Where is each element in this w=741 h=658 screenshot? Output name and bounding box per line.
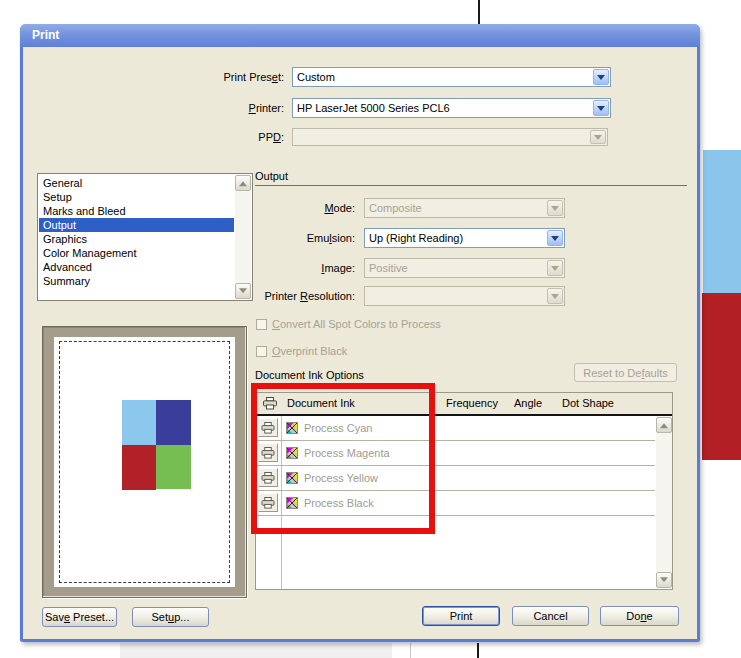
emulsion-value: Up (Right Reading) — [369, 229, 545, 247]
setup-button[interactable]: Setup... — [132, 607, 209, 627]
chevron-down-icon — [551, 266, 559, 271]
emulsion-select[interactable]: Up (Right Reading) — [364, 228, 565, 248]
reset-to-defaults-button: Reset to Defaults — [574, 363, 677, 382]
image-dropdown-button — [547, 260, 563, 276]
sidebar-item-advanced[interactable]: Advanced — [39, 260, 234, 274]
overprint-black-label: Overprint Black — [272, 345, 347, 358]
mode-value: Composite — [369, 199, 545, 217]
convert-spot-label: Convert All Spot Colors to Process — [272, 318, 441, 331]
pasteboard-strip — [120, 643, 392, 658]
print-preset-dropdown-button[interactable] — [593, 69, 609, 85]
print-preview-pane — [42, 326, 247, 598]
dialog-title: Print — [20, 24, 700, 47]
scroll-down-button[interactable] — [656, 572, 672, 588]
ppd-value — [297, 129, 588, 145]
preview-rect-dark-blue — [156, 400, 191, 445]
sidebar-item-color-management[interactable]: Color Management — [39, 246, 234, 260]
page-edge-line — [410, 643, 411, 658]
printer-resolution-select — [364, 286, 565, 306]
emulsion-dropdown-button[interactable] — [547, 230, 563, 246]
print-dialog: Print Print Preset: Custom Printer: HP L… — [20, 24, 700, 642]
chevron-down-icon — [551, 206, 559, 211]
ink-options-title: Document Ink Options — [255, 369, 364, 381]
chevron-down-icon — [594, 135, 602, 140]
page-guide-line-bottom — [477, 643, 479, 658]
sidebar-item-marks-and-bleed[interactable]: Marks and Bleed — [39, 204, 234, 218]
ppd-dropdown-button — [590, 130, 606, 144]
cancel-button[interactable]: Cancel — [512, 606, 589, 626]
document-blue-rect — [703, 150, 741, 293]
mode-dropdown-button — [547, 200, 563, 216]
preview-rect-light-blue — [122, 400, 156, 445]
sidebar-item-general[interactable]: General — [39, 176, 234, 190]
dialog-body: Print Preset: Custom Printer: HP LaserJe… — [20, 47, 694, 639]
sidebar-item-setup[interactable]: Setup — [39, 190, 234, 204]
annotation-rectangle — [251, 383, 435, 534]
chevron-down-icon — [660, 577, 668, 582]
column-dot-shape: Dot Shape — [562, 393, 614, 414]
output-section-header: Output — [255, 170, 687, 186]
printer-label: Printer: — [134, 98, 284, 118]
column-angle: Angle — [514, 393, 542, 414]
convert-spot-checkbox — [256, 319, 267, 330]
emulsion-label: Emulsion: — [215, 228, 355, 248]
image-select: Positive — [364, 258, 565, 278]
scroll-up-button[interactable] — [656, 417, 672, 433]
image-label: Image: — [215, 258, 355, 278]
ppd-select — [292, 128, 608, 146]
page-guide-line-top — [478, 0, 480, 24]
printer-select[interactable]: HP LaserJet 5000 Series PCL6 — [292, 98, 611, 118]
sidebar-item-output[interactable]: Output — [39, 218, 234, 232]
ppd-label: PPD: — [134, 127, 284, 147]
printer-resolution-dropdown-button — [547, 288, 563, 304]
chevron-down-icon — [597, 75, 605, 80]
sidebar-item-graphics[interactable]: Graphics — [39, 232, 234, 246]
mode-select: Composite — [364, 198, 565, 218]
preview-rect-green — [156, 445, 191, 489]
chevron-down-icon — [551, 294, 559, 299]
print-button[interactable]: Print — [422, 606, 500, 626]
mode-label: Mode: — [215, 198, 355, 218]
chevron-down-icon — [551, 236, 559, 241]
ink-table-scrollbar[interactable] — [656, 417, 672, 588]
scroll-up-button[interactable] — [235, 175, 251, 191]
preview-page — [54, 337, 235, 587]
printer-dropdown-button[interactable] — [593, 100, 609, 116]
chevron-down-icon — [597, 106, 605, 111]
printer-resolution-value — [369, 287, 545, 305]
printer-resolution-label: Printer Resolution: — [195, 286, 355, 306]
save-preset-button[interactable]: Save Preset... — [42, 607, 117, 627]
preview-rect-red — [122, 445, 156, 490]
column-frequency: Frequency — [446, 393, 498, 414]
chevron-up-icon — [660, 423, 668, 428]
image-value: Positive — [369, 259, 545, 277]
done-button[interactable]: Done — [600, 606, 679, 626]
overprint-black-checkbox — [256, 346, 267, 357]
screen: Print Print Preset: Custom Printer: HP L… — [0, 0, 741, 658]
print-preset-label: Print Preset: — [134, 67, 284, 87]
document-red-rect — [702, 293, 741, 460]
print-preset-select[interactable]: Custom — [292, 67, 611, 87]
print-preset-value: Custom — [297, 68, 591, 86]
chevron-up-icon — [239, 181, 247, 186]
printer-value: HP LaserJet 5000 Series PCL6 — [297, 99, 591, 117]
